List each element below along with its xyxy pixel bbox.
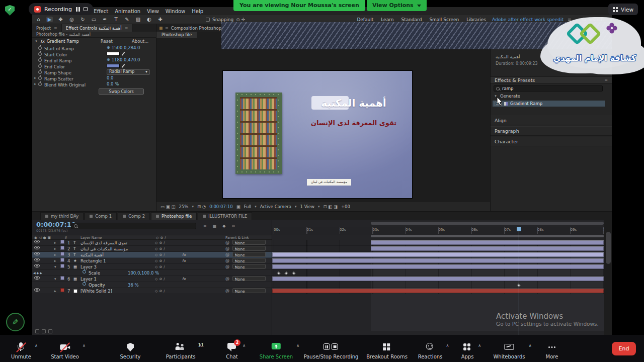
parent-pickwhip-icon[interactable]: @ [225, 246, 229, 252]
twirl-icon[interactable]: ▸ [54, 246, 56, 252]
panel-header-paragraph[interactable]: Paragraph [491, 126, 612, 136]
tab-project[interactable]: Project ≡ [32, 24, 62, 32]
track-row[interactable] [272, 270, 604, 276]
scrollbar-thumb[interactable] [606, 232, 611, 264]
property-value[interactable]: ⊕1180.0,470.0 [107, 57, 140, 63]
layer-switches-icons[interactable]: ◇⊘/ [155, 246, 167, 252]
exposure-value[interactable]: +00 [341, 204, 350, 209]
share-screen-button[interactable]: ∧Share Screen [260, 342, 293, 359]
timeline-tab[interactable]: my third DAy [40, 212, 84, 220]
visibility-eye-icon[interactable] [34, 246, 40, 249]
pause-recording-icon[interactable] [75, 7, 80, 12]
layer-row[interactable]: ▸7[White Solid 2]◇⊘/@None▾ [32, 288, 272, 294]
end-meeting-button[interactable]: End [612, 342, 636, 355]
effect-header[interactable]: ▾ fx Gradient Ramp Reset About... [32, 38, 156, 45]
stopwatch-icon[interactable] [38, 52, 42, 56]
layer-name[interactable]: Layer 1 [80, 276, 152, 282]
layer-name[interactable]: [White Solid 2] [80, 288, 152, 294]
menu-item-help[interactable]: Help [192, 9, 203, 14]
type-tool[interactable]: T [113, 17, 119, 22]
column-layer-name[interactable]: Layer Name [80, 236, 102, 240]
pen-tool[interactable]: ✒ [102, 17, 108, 22]
layer-duration-bar[interactable] [371, 240, 604, 245]
participants-button[interactable]: 11∧Participants [166, 342, 196, 359]
roto-brush-tool[interactable]: ◐ [146, 17, 152, 22]
caret-up-icon[interactable]: ∧ [83, 343, 86, 348]
timeline-scrollbar[interactable] [604, 220, 612, 335]
layer-duration-bar[interactable] [272, 289, 604, 293]
panel-menu-icon[interactable]: ≡ [165, 26, 169, 30]
stopwatch-icon[interactable] [38, 46, 42, 50]
timeline-timecode[interactable]: 0:00:07:10 [36, 221, 76, 228]
reset-button[interactable]: Reset [101, 39, 113, 44]
timeline-tab[interactable]: Photoshop file [151, 212, 197, 220]
layer-duration-bar[interactable] [272, 258, 604, 263]
view-button[interactable]: View [608, 4, 638, 15]
whiteboards-button[interactable]: ∧Whiteboards [493, 342, 525, 359]
canvas-title-text[interactable]: أهمية المكتبة [302, 97, 405, 109]
property-value[interactable]: 36 % [128, 282, 139, 288]
property-value[interactable]: 100.0,100.0 % [128, 270, 159, 276]
twirl-icon[interactable]: ▾ [54, 276, 56, 282]
workspace-standard[interactable]: Standard [401, 17, 422, 22]
panel-header-character[interactable]: Character [491, 137, 612, 146]
apps-button[interactable]: ∧Apps [460, 342, 474, 359]
timeline-tool-icon[interactable]: ⊕ [231, 224, 235, 228]
visibility-eye-icon[interactable] [34, 288, 40, 292]
keyframe-diamond[interactable] [292, 271, 295, 275]
track-row[interactable] [272, 276, 604, 282]
snapshot-icon[interactable]: ▣ [236, 204, 240, 209]
parent-dropdown[interactable]: None▾ [232, 258, 266, 263]
more-button[interactable]: More [545, 342, 559, 359]
workspace-learn[interactable]: Learn [381, 17, 393, 22]
layer-row[interactable]: ▾5▦Layer 3◇⊘/@None▾ [32, 264, 272, 270]
annotate-pencil-button[interactable]: ✎ [6, 313, 25, 331]
hand-tool[interactable]: ✥ [57, 17, 64, 22]
snapping-checkbox[interactable] [206, 18, 210, 22]
property-value[interactable] [107, 63, 125, 69]
timeline-tab[interactable]: ILLUSTRATOR FILE [198, 212, 252, 220]
stopwatch-icon[interactable] [38, 76, 42, 80]
start-video-button[interactable]: ∧Start Video [51, 342, 79, 359]
parent-pickwhip-icon[interactable]: @ [225, 240, 229, 246]
label-color-chip[interactable] [60, 252, 64, 256]
property-value[interactable] [107, 51, 125, 57]
comp-timecode[interactable]: 0:00:07:10 [209, 204, 232, 209]
track-row[interactable] [272, 264, 604, 270]
menu-item-animation[interactable]: Animation [115, 9, 140, 14]
label-color-chip[interactable] [60, 264, 64, 268]
label-color-chip[interactable] [60, 246, 64, 250]
camera-select[interactable]: Active Camera [260, 204, 291, 209]
time-ruler[interactable]: 00s01s02s03s04s05s06s07s08s09s10s [272, 227, 604, 234]
swap-colors-button[interactable]: Swap Colors [99, 88, 144, 95]
twirl-icon[interactable]: ▸ [54, 258, 56, 264]
layer-duration-bar[interactable] [272, 277, 604, 281]
label-color-chip[interactable] [60, 258, 64, 262]
about-button[interactable]: About... [132, 39, 148, 44]
keyframe-diamond[interactable] [284, 271, 288, 275]
menu-item-window[interactable]: Window [166, 9, 185, 14]
view-layout-select[interactable]: 1 View [300, 204, 314, 209]
track-row[interactable] [272, 246, 604, 252]
menu-item-effect[interactable]: Effect [94, 9, 108, 14]
layer-name[interactable]: Rectangle 1 [80, 258, 152, 264]
parent-pickwhip-icon[interactable]: @ [225, 276, 229, 282]
stopwatch-icon[interactable] [83, 282, 86, 286]
parent-pickwhip-icon[interactable]: @ [225, 288, 229, 294]
visibility-eye-icon[interactable] [34, 276, 40, 280]
resolution-select[interactable]: Full [244, 204, 252, 209]
parent-pickwhip-icon[interactable]: @ [225, 252, 229, 258]
layer-duration-bar[interactable] [272, 252, 604, 257]
panel-header-align[interactable]: Align [491, 116, 612, 125]
twirl-down-icon[interactable]: ▾ [34, 39, 38, 43]
panel-menu-icon[interactable]: ≡ [604, 78, 608, 82]
caret-up-icon[interactable]: ∧ [199, 343, 202, 348]
brush-tool[interactable]: ✎ [124, 17, 130, 22]
viewer-mid-icons[interactable]: ⊞ ◔ [197, 204, 206, 209]
zoom-tool[interactable]: ◎ [68, 17, 75, 22]
parent-dropdown[interactable]: None▾ [232, 240, 266, 245]
layer-name[interactable]: Layer 3 [80, 264, 152, 270]
panel-menu-icon[interactable]: ≡ [54, 26, 57, 30]
column-parent-link[interactable]: Parent & Link [225, 236, 249, 240]
layer-name[interactable]: تقوى المعرفة لدى الإنسان [80, 240, 152, 246]
